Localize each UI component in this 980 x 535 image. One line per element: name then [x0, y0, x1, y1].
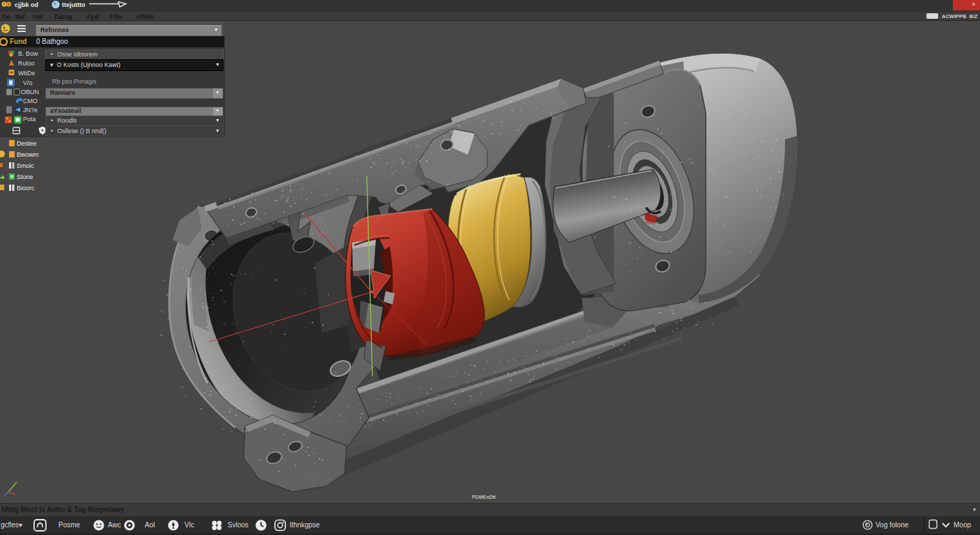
svg-text:PDWEnDtt: PDWEnDtt [472, 495, 496, 499]
